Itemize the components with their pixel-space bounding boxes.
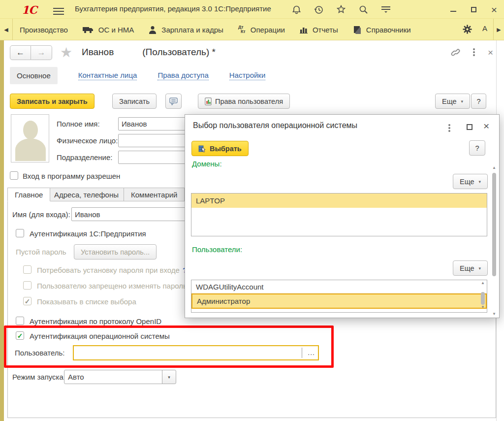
back-button[interactable]: ← [10,45,31,60]
form-more-button[interactable]: Еще▾ [435,94,470,109]
save-and-close-button[interactable]: Записать и закрыть [10,94,94,109]
nav-item-operations[interactable]: Дт Кт Операции [238,25,285,34]
users-list-scrollbar[interactable]: ▲ ▼ [479,281,486,312]
nav-item-overflow[interactable]: А [482,24,487,32]
person-icon [149,26,157,34]
user-rights-button[interactable]: Права пользователя [198,94,290,109]
dialog-title: Выбор пользователя операционной системы [193,121,357,130]
empty-password-label: Пустой пароль [16,248,66,256]
auth-1c-label: Аутентификация 1С:Предприятия [30,229,146,238]
discuss-button[interactable] [165,94,182,109]
nav-item-directories[interactable]: Справочники [353,26,411,34]
maximize-button[interactable] [471,7,476,12]
forward-button[interactable]: → [31,45,52,60]
require-password-checkbox[interactable] [23,265,32,274]
users-list: WDAGUtilityAccount Администратор ▲ ▼ [191,280,487,313]
choose-ellipsis-button[interactable]: ... [308,349,315,356]
bar-chart-icon [300,26,308,33]
form-close-icon[interactable]: × [488,48,493,57]
chevron-down-icon: ▾ [461,99,464,104]
chevron-down-icon: ▾ [479,179,481,184]
user-avatar [11,114,49,162]
section-navbar: ◀ Производство ОС и НМА Зарплата и кадры… [0,19,504,40]
form-help-button[interactable]: ? [471,94,486,109]
app-title: Бухгалтерия предприятия, редакция 3.0 1С… [75,4,271,13]
avatar-silhouette-head [23,121,38,139]
scroll-down-icon[interactable]: ▼ [481,305,485,309]
user-row-selected[interactable]: Администратор [191,293,487,309]
show-in-list-checkbox[interactable]: ✓ [23,297,32,305]
book-icon [353,26,361,34]
tab-contacts[interactable]: Контактные лица [78,71,137,80]
check-icon: ✓ [25,298,31,305]
scroll-up-icon[interactable]: ▲ [481,281,485,285]
department-label: Подразделение: [57,153,112,162]
domains-list: LAPTOP [191,193,487,236]
dialog-maximize-button[interactable] [467,124,472,130]
search-icon[interactable] [359,5,368,14]
os-auth-label: Аутентификация операционной системы [30,332,170,340]
domain-row-selected[interactable]: LAPTOP [191,194,487,208]
show-in-list-label: Показывать в списке выбора [37,297,136,306]
forbid-change-checkbox[interactable] [23,281,32,290]
nav-item-salary-hr[interactable]: Зарплата и кадры [149,26,223,34]
domains-more-button[interactable]: Еще▾ [453,174,488,189]
tab-main[interactable]: Основное [10,67,58,84]
history-nav-group: ← → [10,45,52,60]
check-icon: ✓ [17,332,23,339]
require-password-label: Потребовать установку пароля при входе? [37,266,187,274]
openid-checkbox[interactable] [16,317,24,325]
form-title-type: (Пользователь) * [142,47,216,57]
run-mode-label: Режим запуска: [12,373,65,381]
scroll-up-icon[interactable]: ▲ [492,165,496,170]
os-user-label: Пользователь: [15,349,65,357]
dialog-kebab-icon[interactable] [448,123,450,133]
nav-scroll-right-button[interactable]: ▶ [493,19,504,40]
nav-item-os-nma[interactable]: ОС и НМА [83,26,134,34]
nav-item-production[interactable]: Производство [20,26,68,34]
avatar-silhouette-body [15,138,46,161]
os-auth-checkbox[interactable]: ✓ [16,331,24,340]
form-title-name: Иванов [82,47,114,57]
tab-addresses[interactable]: Адреса, телефоны [47,188,126,201]
auth-1c-checkbox[interactable] [16,229,24,237]
login-name-label: Имя (для входа): [12,210,70,219]
field-separator [302,348,302,358]
user-row[interactable]: WDAGUtilityAccount [191,280,487,293]
scrollbar-thumb[interactable] [492,173,496,276]
close-button[interactable]: × [491,4,497,15]
dialog-close-button[interactable]: × [483,120,489,132]
scroll-down-icon[interactable]: ▼ [492,312,496,316]
history-icon[interactable] [314,5,323,14]
favorites-star-icon[interactable] [336,4,346,14]
os-user-input[interactable]: ... [73,345,319,360]
run-mode-dropdown-button[interactable]: ▾ [162,370,176,384]
tab-glavnoe[interactable]: Главное [7,188,50,201]
dialog-scrollbar[interactable]: ▲ ▼ [491,165,498,316]
tab-comment[interactable]: Комментарий [124,188,185,201]
minimize-button[interactable] [450,11,456,12]
notifications-bell-icon[interactable] [292,5,301,14]
nav-scroll-left-button[interactable]: ◀ [0,19,13,40]
favorite-star-icon[interactable]: ★ [60,44,72,61]
scrollbar-thumb[interactable] [481,292,485,305]
users-more-button[interactable]: Еще▾ [453,260,488,276]
main-menu-icon[interactable] [53,6,64,17]
login-allowed-checkbox[interactable] [10,171,18,180]
save-button[interactable]: Записать [112,94,157,109]
tab-access-rights[interactable]: Права доступа [158,71,208,80]
truck-icon [83,26,94,33]
app-window: 1С Бухгалтерия предприятия, редакция 3.0… [0,0,504,421]
tab-settings[interactable]: Настройки [229,71,266,80]
dialog-select-button[interactable]: Выбрать [191,141,249,156]
form-more-kebab-icon[interactable] [473,47,475,57]
users-label: Пользователи: [192,245,242,254]
nav-item-reports[interactable]: Отчеты [300,26,338,34]
set-password-button[interactable]: Установить пароль... [74,244,157,259]
forbid-change-label: Пользователю запрещено изменять пароль [37,282,187,290]
run-mode-select[interactable]: Авто [64,370,162,384]
dialog-help-button[interactable]: ? [469,140,485,156]
get-link-icon[interactable] [450,47,460,57]
toolbar-menu-icon[interactable] [381,5,391,13]
settings-gear-icon[interactable] [462,24,472,34]
